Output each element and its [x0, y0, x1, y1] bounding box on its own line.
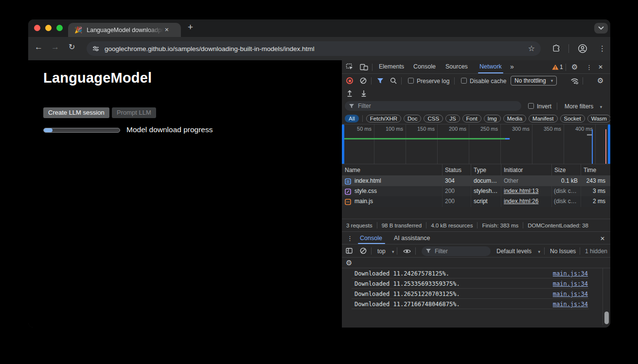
- bookmark-star-icon[interactable]: ☆: [528, 44, 535, 53]
- invert-checkbox[interactable]: [528, 103, 534, 109]
- site-info-icon[interactable]: [92, 45, 100, 52]
- filter-chip-manifest[interactable]: Manifest: [529, 115, 557, 122]
- profile-avatar-icon[interactable]: [578, 44, 587, 53]
- column-header-initiator[interactable]: Initiator: [501, 164, 551, 176]
- import-har-icon[interactable]: [346, 89, 353, 97]
- filter-chip-css[interactable]: CSS: [424, 115, 443, 122]
- network-overview-timeline[interactable]: 50 ms100 ms150 ms200 ms250 ms300 ms350 m…: [342, 124, 610, 164]
- hidden-messages-count[interactable]: 1 hidden: [585, 248, 607, 255]
- preserve-log-label[interactable]: Preserve log: [417, 78, 449, 85]
- drawer-kebab-icon[interactable]: ⋮: [347, 235, 353, 242]
- filter-funnel-icon[interactable]: [377, 78, 384, 84]
- invert-label[interactable]: Invert: [537, 103, 551, 110]
- minimize-window-button[interactable]: [45, 25, 52, 31]
- network-settings-gear-icon[interactable]: ⚙: [597, 77, 603, 84]
- overview-small-request-bar: [587, 134, 592, 136]
- column-header-time[interactable]: Time: [581, 164, 610, 176]
- network-request-row[interactable]: index.html304docum…Other0.1 kB243 ms: [342, 176, 610, 186]
- address-bar[interactable]: googlechrome.github.io/samples/downloadi…: [87, 41, 541, 56]
- request-name-cell[interactable]: style.css: [342, 186, 442, 196]
- overview-left-handle[interactable]: [342, 124, 344, 164]
- column-header-type[interactable]: Type: [471, 164, 501, 176]
- tab-sources[interactable]: Sources: [445, 63, 468, 70]
- export-har-icon[interactable]: [360, 89, 367, 97]
- column-header-status[interactable]: Status: [442, 164, 471, 176]
- console-sidebar-icon[interactable]: [346, 247, 353, 254]
- more-filters-button[interactable]: More filters ▾: [565, 103, 602, 110]
- inspect-element-icon[interactable]: [346, 63, 354, 70]
- network-request-row[interactable]: main.js200scriptindex.html:26(disk c…2 m…: [342, 196, 610, 207]
- tab-close-icon[interactable]: ✕: [164, 27, 169, 33]
- summary-item: 4.0 kB resources: [431, 223, 473, 228]
- filter-chip-doc[interactable]: Doc: [404, 115, 421, 122]
- prompt-llm-button[interactable]: Prompt LLM: [112, 107, 156, 118]
- tab-search-chevron-button[interactable]: [594, 23, 608, 34]
- close-window-button[interactable]: [34, 25, 40, 31]
- browser-menu-kebab-icon[interactable]: ⋮: [599, 44, 606, 53]
- column-header-size[interactable]: Size: [551, 164, 581, 176]
- preserve-log-checkbox[interactable]: [408, 78, 414, 84]
- console-source-link[interactable]: main.js:34: [553, 291, 588, 297]
- filter-chip-fetch-xhr[interactable]: Fetch/XHR: [366, 115, 401, 122]
- filter-chip-media[interactable]: Media: [503, 115, 526, 122]
- request-name-cell[interactable]: index.html: [342, 176, 442, 186]
- network-filter-input[interactable]: Filter: [345, 101, 521, 111]
- filter-chip-socket[interactable]: Socket: [560, 115, 585, 122]
- drawer-tab-console[interactable]: Console: [360, 235, 382, 242]
- progress-fill: [44, 128, 53, 132]
- drawer-close-icon[interactable]: ✕: [600, 235, 605, 242]
- console-filter-input[interactable]: Filter: [422, 246, 491, 256]
- network-request-row[interactable]: style.css200stylesh…index.html:13(disk c…: [342, 186, 610, 196]
- request-name-cell[interactable]: main.js: [342, 196, 442, 207]
- network-conditions-icon[interactable]: [570, 77, 579, 85]
- warning-triangle-icon[interactable]: [552, 64, 559, 70]
- disable-cache-checkbox[interactable]: [461, 78, 467, 84]
- live-expression-eye-icon[interactable]: [403, 248, 411, 254]
- console-settings-gear-icon[interactable]: ⚙: [346, 259, 352, 266]
- request-initiator-cell[interactable]: index.html:26: [501, 196, 551, 207]
- console-toolbar-divider: [371, 247, 372, 255]
- filter-chip-wasm[interactable]: Wasm: [587, 115, 610, 122]
- column-header-name[interactable]: Name: [342, 164, 442, 176]
- record-network-log-button[interactable]: [346, 77, 353, 84]
- net-toolbar-divider2: [401, 77, 402, 85]
- filter-chip-font[interactable]: Font: [462, 115, 481, 122]
- console-toolbar-divider4: [544, 247, 545, 255]
- device-toolbar-icon[interactable]: [360, 63, 368, 71]
- clear-console-icon[interactable]: [360, 247, 367, 254]
- reload-button[interactable]: ↻: [69, 42, 75, 52]
- create-llm-session-button[interactable]: Create LLM session: [43, 107, 109, 118]
- overview-right-handle[interactable]: [608, 124, 610, 164]
- forward-button[interactable]: →: [51, 42, 59, 52]
- filter-chip-all[interactable]: All: [345, 115, 359, 122]
- tab-elements[interactable]: Elements: [379, 63, 404, 70]
- filter-chip-img[interactable]: Img: [484, 115, 501, 122]
- console-source-link[interactable]: main.js:34: [553, 280, 588, 287]
- drawer-tab-ai-assistance[interactable]: AI assistance: [394, 235, 430, 242]
- net-toolbar-divider: [371, 77, 372, 85]
- back-button[interactable]: ←: [35, 42, 43, 52]
- clear-network-log-icon[interactable]: [360, 77, 367, 84]
- devtools-settings-gear-icon[interactable]: ⚙: [571, 63, 578, 70]
- devtools-menu-kebab-icon[interactable]: ⋮: [586, 64, 592, 71]
- request-initiator-cell[interactable]: index.html:13: [501, 186, 551, 196]
- execution-context-select[interactable]: top ▾: [377, 248, 394, 255]
- devtools-close-icon[interactable]: ✕: [598, 64, 603, 70]
- new-tab-button[interactable]: +: [188, 22, 193, 33]
- issues-counter[interactable]: No Issues: [550, 248, 576, 255]
- throttling-select[interactable]: No throttling ▾: [511, 76, 557, 86]
- search-icon[interactable]: [390, 77, 397, 84]
- extensions-puzzle-icon[interactable]: [552, 44, 561, 53]
- url-text[interactable]: googlechrome.github.io/samples/downloadi…: [105, 45, 315, 52]
- console-source-link[interactable]: main.js:34: [553, 301, 588, 308]
- log-levels-select[interactable]: Default levels ▾: [496, 248, 540, 255]
- filter-chip-js[interactable]: JS: [445, 115, 460, 122]
- disable-cache-label[interactable]: Disable cache: [470, 78, 506, 85]
- console-source-link[interactable]: main.js:34: [553, 270, 588, 277]
- more-tabs-icon[interactable]: »: [510, 63, 514, 70]
- console-scrollbar-thumb[interactable]: [604, 312, 609, 324]
- zoom-window-button[interactable]: [56, 25, 63, 31]
- tab-console[interactable]: Console: [413, 63, 436, 70]
- tab-network[interactable]: Network: [479, 63, 502, 70]
- browser-tab[interactable]: 🎉 LanguageModel downloadpro ✕: [68, 23, 181, 37]
